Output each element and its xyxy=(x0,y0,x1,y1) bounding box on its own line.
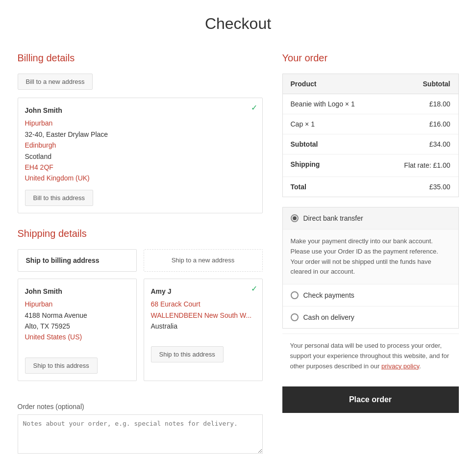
order-summary-title: Your order xyxy=(282,52,459,64)
order-item-row-1: Beanie with Logo × 1 £18.00 xyxy=(283,94,458,114)
item-2-price: £16.00 xyxy=(429,120,451,128)
ship-billing-label: Ship to billing address xyxy=(26,256,100,264)
order-notes-input[interactable] xyxy=(18,414,263,454)
payment-option-direct-bank[interactable]: Direct bank transfer xyxy=(283,207,458,230)
shipping-city-1: Alto, TX 75925 xyxy=(25,321,129,332)
order-item-row-2: Cap × 1 £16.00 xyxy=(283,114,458,134)
payment-section: Direct bank transfer Make your payment d… xyxy=(282,207,459,329)
subtotal-label: Subtotal xyxy=(291,140,318,148)
shipping-label: Shipping xyxy=(291,160,320,171)
item-1-name: Beanie with Logo × 1 xyxy=(291,100,355,108)
billing-country: United Kingdom (UK) xyxy=(25,173,255,183)
subtotal-row: Subtotal £34.00 xyxy=(283,134,458,154)
shipping-address-card-2: ✓ Amy J 68 Eurack Court WALLENDBEEN New … xyxy=(144,279,263,381)
selected-check-icon: ✓ xyxy=(251,103,257,112)
direct-bank-label: Direct bank transfer xyxy=(303,214,363,222)
shipping-name-2: Amy J xyxy=(151,286,255,297)
shipping-selected-check-icon: ✓ xyxy=(251,284,257,293)
shipping-line2-1: 4188 Norma Avenue xyxy=(25,310,129,321)
shipping-title: Shipping details xyxy=(18,228,263,239)
right-column: Your order Product Subtotal Beanie with … xyxy=(282,52,459,455)
payment-option-cod[interactable]: Cash on delivery xyxy=(283,307,458,328)
left-column: Billing details Bill to a new address ✓ … xyxy=(18,52,263,455)
privacy-notice: Your personal data will be used to proce… xyxy=(282,333,459,378)
ship-to-address-button-1[interactable]: Ship to this address xyxy=(25,358,98,374)
bill-new-address-button[interactable]: Bill to a new address xyxy=(18,74,93,90)
check-payments-label: Check payments xyxy=(303,291,354,299)
order-table-header: Product Subtotal xyxy=(283,74,458,94)
shipping-addresses-grid: John Smith Hipurban 4188 Norma Avenue Al… xyxy=(18,279,263,388)
total-label: Total xyxy=(291,183,306,191)
page-title: Checkout xyxy=(0,0,476,52)
privacy-text-after: . xyxy=(419,362,421,370)
shipping-line1-2: 68 Eurack Court xyxy=(151,299,255,309)
billing-address-card-1: ✓ John Smith Hipurban 32-40, Easter Dryl… xyxy=(18,98,263,213)
ship-billing-address-option[interactable]: Ship to billing address xyxy=(18,249,137,272)
bill-to-address-button[interactable]: Bill to this address xyxy=(25,190,94,206)
billing-line1: Hipurban xyxy=(25,118,255,128)
billing-line2: 32-40, Easter Drylaw Place xyxy=(25,129,255,140)
subtotal-value: £34.00 xyxy=(429,140,451,148)
shipping-section: Shipping details Ship to billing address… xyxy=(18,228,263,388)
billing-region: Scotland xyxy=(25,151,255,162)
ship-to-address-button-2[interactable]: Ship to this address xyxy=(151,346,224,362)
radio-check xyxy=(291,291,299,299)
item-1-price: £18.00 xyxy=(429,100,451,108)
ship-new-address-button[interactable]: Ship to a new address xyxy=(172,256,235,264)
order-notes-section: Order notes (optional) xyxy=(18,403,263,455)
place-order-button[interactable]: Place order xyxy=(282,386,459,413)
billing-postcode: EH4 2QF xyxy=(25,162,255,173)
shipping-address-card-1: John Smith Hipurban 4188 Norma Avenue Al… xyxy=(18,279,137,381)
order-summary-box: Product Subtotal Beanie with Logo × 1 £1… xyxy=(282,74,459,197)
shipping-name-1: John Smith xyxy=(25,286,129,297)
billing-section: Billing details Bill to a new address ✓ … xyxy=(18,52,263,213)
shipping-row: Shipping Flat rate: £1.00 xyxy=(283,154,458,177)
payment-description-text: Make your payment directly into our bank… xyxy=(291,237,438,275)
shipping-country-2: Australia xyxy=(151,321,255,332)
privacy-text-before: Your personal data will be used to proce… xyxy=(290,342,449,370)
shipping-value: Flat rate: £1.00 xyxy=(404,160,450,171)
shipping-line1-1: Hipurban xyxy=(25,299,129,309)
ship-new-address-option[interactable]: Ship to a new address xyxy=(144,249,263,272)
subtotal-col-header: Subtotal xyxy=(423,80,451,88)
privacy-policy-link[interactable]: privacy policy xyxy=(381,362,419,370)
item-2-name: Cap × 1 xyxy=(291,120,315,128)
billing-title: Billing details xyxy=(18,52,263,64)
payment-option-check[interactable]: Check payments xyxy=(283,284,458,307)
total-row: Total £35.00 xyxy=(283,177,458,197)
total-value: £35.00 xyxy=(429,183,451,191)
payment-description: Make your payment directly into our bank… xyxy=(283,230,458,284)
shipping-line2-2: WALLENDBEEN New South W... xyxy=(151,310,255,321)
billing-city: Edinburgh xyxy=(25,140,255,151)
cod-label: Cash on delivery xyxy=(303,313,354,321)
shipping-country-1: United States (US) xyxy=(25,332,129,342)
order-notes-label: Order notes (optional) xyxy=(18,403,263,410)
radio-cod xyxy=(291,313,299,321)
product-col-header: Product xyxy=(291,80,317,88)
billing-name: John Smith xyxy=(25,105,255,116)
radio-direct-bank xyxy=(291,214,299,222)
